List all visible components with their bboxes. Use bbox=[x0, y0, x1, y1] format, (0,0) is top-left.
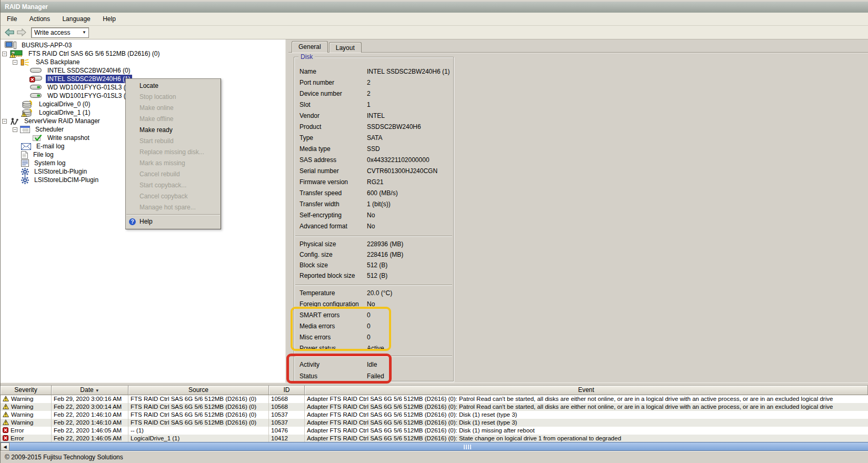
field-row: Transfer width1 (bit(s)) bbox=[294, 199, 453, 210]
collapse-icon[interactable]: − bbox=[2, 119, 7, 124]
menu-language[interactable]: Language bbox=[57, 13, 95, 25]
menu-item-cancel-rebuild: Cancel rebuild bbox=[126, 169, 221, 180]
disk-icon bbox=[29, 67, 42, 74]
collapse-icon[interactable]: − bbox=[2, 52, 7, 56]
event-row[interactable]: Warning Feb 29, 2020 3:00:16 AM FTS RAID… bbox=[1, 395, 868, 403]
menu-help[interactable]: Help bbox=[97, 13, 121, 25]
menu-item-manage-hot-spare: Manage hot spare... bbox=[126, 202, 221, 213]
menu-item-help[interactable]: ? Help bbox=[126, 216, 221, 227]
copyright-text: © 2009-2015 Fujitsu Technology Solutions bbox=[5, 454, 123, 461]
menu-actions[interactable]: Actions bbox=[24, 13, 55, 25]
chevron-down-icon: ▼ bbox=[82, 30, 86, 35]
status-bar: © 2009-2015 Fujitsu Technology Solutions bbox=[1, 451, 868, 463]
back-arrow-icon[interactable] bbox=[5, 28, 14, 36]
horizontal-scrollbar[interactable]: ◀ bbox=[1, 442, 868, 451]
access-mode-select[interactable]: Write access ▼ bbox=[31, 27, 89, 38]
warning-icon bbox=[3, 396, 9, 401]
scroll-left-icon[interactable]: ◀ bbox=[1, 442, 9, 451]
section-separator bbox=[295, 285, 452, 286]
field-row: Config. size228416 (MB) bbox=[294, 249, 453, 260]
file-log-icon bbox=[21, 151, 28, 159]
raid-manager-window: RAID Manager File Actions Language Help … bbox=[0, 0, 868, 463]
menu-item-start-copyback: Start copyback... bbox=[126, 180, 221, 191]
menu-item-make-offline: Make offline bbox=[126, 114, 221, 125]
field-row: ProductSSDSC2BW240H6 bbox=[294, 122, 453, 133]
event-log-body: Warning Feb 29, 2020 3:00:16 AM FTS RAID… bbox=[1, 395, 868, 442]
menu-item-start-rebuild: Start rebuild bbox=[126, 136, 221, 147]
collapse-icon[interactable]: − bbox=[13, 60, 17, 65]
warning-icon bbox=[3, 404, 9, 409]
system-log-icon bbox=[21, 159, 29, 167]
menu-item-stop-location: Stop location bbox=[126, 92, 221, 103]
event-row[interactable]: Error Feb 22, 2020 1:46:05 AM -- (1) 104… bbox=[1, 427, 868, 435]
field-row: Port number2 bbox=[294, 77, 453, 88]
menu-item-cancel-copyback: Cancel copyback bbox=[126, 191, 221, 202]
tree-item-server[interactable]: BUSRUS-APP-03 bbox=[1, 41, 285, 49]
field-row: Transfer speed600 (MB/s) bbox=[294, 188, 453, 199]
disk-failed-icon bbox=[29, 75, 42, 83]
scheduler-icon bbox=[20, 126, 30, 133]
computer-icon bbox=[5, 41, 16, 49]
menu-file[interactable]: File bbox=[2, 13, 22, 25]
toolbar: Write access ▼ bbox=[1, 26, 868, 39]
warning-icon bbox=[3, 419, 9, 425]
field-row: Self-encryptingNo bbox=[294, 210, 453, 221]
disk-ok-icon bbox=[29, 93, 42, 99]
field-row: VendorINTEL bbox=[294, 110, 453, 122]
column-header-id[interactable]: ID bbox=[269, 386, 305, 395]
error-icon bbox=[3, 427, 8, 433]
menu-item-mark-as-missing: Mark as missing bbox=[126, 158, 221, 169]
field-row: Physical size228936 (MB) bbox=[294, 239, 453, 249]
field-row: SAS address0x4433221102000000 bbox=[294, 155, 453, 166]
backplane-icon bbox=[20, 58, 31, 66]
title-bar[interactable]: RAID Manager bbox=[1, 0, 868, 13]
event-row[interactable]: Warning Feb 22, 2020 3:00:14 AM FTS RAID… bbox=[1, 403, 868, 411]
field-row: Slot1 bbox=[294, 99, 453, 110]
annotation-status-highlight bbox=[286, 354, 392, 384]
raid-controller-warning-icon bbox=[9, 49, 23, 58]
field-row: TypeSATA bbox=[294, 133, 453, 144]
plugin-gear-icon bbox=[21, 176, 29, 184]
warning-icon bbox=[3, 411, 9, 417]
tab-general[interactable]: General bbox=[292, 41, 328, 53]
scrollbar-thumb-grip[interactable] bbox=[464, 445, 472, 449]
column-header-source[interactable]: Source bbox=[128, 386, 269, 395]
group-box-title: Disk bbox=[298, 53, 315, 61]
menu-bar: File Actions Language Help bbox=[1, 13, 868, 26]
tree-item-controller[interactable]: − FTS RAID Ctrl SAS 6G 5/6 512MB (D2616)… bbox=[1, 49, 285, 58]
disk-size-section: Physical size228936 (MB) Config. size228… bbox=[294, 239, 453, 281]
window-title: RAID Manager bbox=[5, 3, 48, 11]
menu-item-locate[interactable]: Locate bbox=[126, 80, 221, 92]
field-row: Temperature20.0 (°C) bbox=[294, 288, 453, 299]
field-row: Advanced formatNo bbox=[294, 221, 453, 232]
field-row: NameINTEL SSDSC2BW240H6 (1) bbox=[294, 66, 453, 77]
menu-separator bbox=[126, 214, 220, 215]
access-mode-value: Write access bbox=[34, 29, 70, 36]
disk-context-menu: Locate Stop location Make online Make of… bbox=[125, 78, 221, 229]
column-header-date[interactable]: Date▼ bbox=[52, 386, 128, 395]
event-row[interactable]: Warning Feb 22, 2020 1:46:10 AM FTS RAID… bbox=[1, 419, 868, 427]
tree-item-disk-0[interactable]: INTEL SSDSC2BW240H6 (0) bbox=[1, 66, 285, 75]
event-log-header: Severity Date▼ Source ID Event bbox=[1, 386, 868, 395]
disk-identity-section: NameINTEL SSDSC2BW240H6 (1) Port number2… bbox=[294, 66, 453, 232]
field-row: Reported block size512 (B) bbox=[294, 270, 453, 281]
logical-drive-warning-icon bbox=[21, 108, 34, 117]
sort-desc-icon: ▼ bbox=[95, 388, 99, 393]
field-row: Media typeSSD bbox=[294, 144, 453, 155]
event-row[interactable]: Warning Feb 22, 2020 1:46:10 AM FTS RAID… bbox=[1, 411, 868, 419]
email-icon bbox=[21, 143, 31, 150]
menu-item-make-ready[interactable]: Make ready bbox=[126, 125, 221, 136]
logical-drive-icon bbox=[21, 100, 34, 108]
error-icon bbox=[3, 435, 8, 441]
snapshot-check-icon bbox=[33, 134, 42, 142]
column-header-event[interactable]: Event bbox=[305, 386, 868, 395]
tree-item-sas-backplane[interactable]: − SAS Backplane bbox=[1, 58, 285, 66]
tab-layout[interactable]: Layout bbox=[329, 42, 362, 53]
column-header-severity[interactable]: Severity bbox=[1, 386, 52, 395]
field-row: Firmware versionRG21 bbox=[294, 177, 453, 188]
collapse-icon[interactable]: − bbox=[13, 127, 17, 132]
event-row[interactable]: Error Feb 22, 2020 1:46:05 AM LogicalDri… bbox=[1, 435, 868, 442]
disk-ok-icon bbox=[29, 84, 42, 90]
field-row: Device number2 bbox=[294, 88, 453, 99]
forward-arrow-icon[interactable] bbox=[17, 28, 26, 36]
